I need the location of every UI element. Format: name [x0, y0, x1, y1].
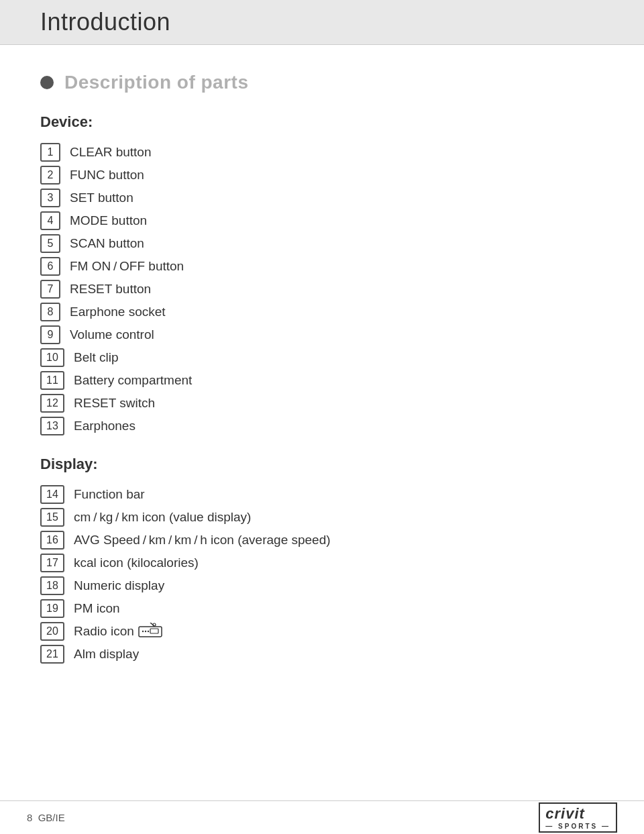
- list-item: 13Earphones: [40, 417, 604, 435]
- list-item: 18Numeric display: [40, 576, 604, 595]
- brand-name: crivit: [545, 805, 610, 823]
- item-number: 10: [40, 348, 64, 367]
- list-item: 19PM icon: [40, 599, 604, 618]
- radio-icon: [138, 623, 162, 641]
- item-number: 7: [40, 280, 60, 299]
- page-number: 8: [27, 812, 32, 823]
- item-number: 13: [40, 417, 64, 435]
- item-label: Radio icon: [74, 623, 162, 641]
- list-item: 2FUNC button: [40, 166, 604, 185]
- item-label: RESET switch: [74, 396, 155, 411]
- svg-point-3: [142, 630, 144, 631]
- device-label: Device:: [40, 113, 604, 131]
- list-item: 17kcal icon (kilocalories): [40, 554, 604, 572]
- item-label: Alm display: [74, 647, 139, 662]
- item-number: 17: [40, 554, 64, 572]
- item-number: 3: [40, 189, 60, 207]
- item-label: Earphone socket: [70, 305, 166, 319]
- item-label: Volume control: [70, 327, 154, 342]
- list-item: 10Belt clip: [40, 348, 604, 367]
- brand-sub: — SPORTS —: [545, 823, 610, 830]
- footer-page-info: 8 GB/IE: [27, 812, 65, 823]
- section-heading: Description of parts: [40, 72, 604, 93]
- item-label: AVG Speed / km / km / h icon (average sp…: [74, 533, 331, 548]
- item-number: 21: [40, 645, 64, 664]
- list-item: 16AVG Speed / km / km / h icon (average …: [40, 531, 604, 550]
- brand-logo: crivit — SPORTS —: [539, 802, 617, 833]
- locale: GB/IE: [38, 812, 65, 823]
- list-item: 8Earphone socket: [40, 303, 604, 321]
- section-heading-text: Description of parts: [64, 72, 248, 93]
- item-label: Earphones: [74, 419, 136, 433]
- item-label: PM icon: [74, 601, 120, 616]
- list-item: 20Radio icon: [40, 622, 604, 641]
- item-number: 11: [40, 371, 64, 390]
- device-list: 1CLEAR button2FUNC button3SET button4MOD…: [40, 143, 604, 435]
- item-label: MODE button: [70, 213, 147, 228]
- item-number: 9: [40, 325, 60, 344]
- item-label: kcal icon (kilocalories): [74, 556, 199, 570]
- item-label: Function bar: [74, 487, 145, 502]
- item-number: 6: [40, 257, 60, 276]
- list-item: 4MODE button: [40, 211, 604, 230]
- list-item: 12RESET switch: [40, 394, 604, 413]
- item-number: 15: [40, 508, 64, 527]
- item-number: 5: [40, 234, 60, 253]
- item-label: RESET button: [70, 282, 151, 297]
- display-label: Display:: [40, 456, 604, 473]
- list-item: 21Alm display: [40, 645, 604, 664]
- item-number: 8: [40, 303, 60, 321]
- bullet-icon: [40, 76, 54, 89]
- item-label: cm / kg / km icon (value display): [74, 510, 251, 525]
- page-title: Introduction: [40, 8, 617, 36]
- item-label: SCAN button: [70, 236, 144, 251]
- list-item: 9Volume control: [40, 325, 604, 344]
- item-number: 14: [40, 485, 64, 504]
- item-label: Battery compartment: [74, 373, 192, 388]
- list-item: 11Battery compartment: [40, 371, 604, 390]
- header-bar: Introduction: [0, 0, 644, 45]
- footer: 8 GB/IE crivit — SPORTS —: [0, 800, 644, 834]
- svg-rect-6: [150, 629, 158, 633]
- item-number: 19: [40, 599, 64, 618]
- page: Introduction Description of parts Device…: [0, 0, 644, 834]
- item-label: FM ON / OFF button: [70, 259, 184, 274]
- list-item: 6FM ON / OFF button: [40, 257, 604, 276]
- item-number: 12: [40, 394, 64, 413]
- brand-border: crivit — SPORTS —: [539, 802, 617, 833]
- item-label: Numeric display: [74, 578, 164, 593]
- item-number: 4: [40, 211, 60, 230]
- svg-point-4: [145, 630, 146, 631]
- list-item: 14Function bar: [40, 485, 604, 504]
- item-number: 18: [40, 576, 64, 595]
- item-label: Belt clip: [74, 350, 119, 365]
- list-item: 5SCAN button: [40, 234, 604, 253]
- display-list: 14Function bar15cm / kg / km icon (value…: [40, 485, 604, 664]
- list-item: 7RESET button: [40, 280, 604, 299]
- item-number: 20: [40, 622, 64, 641]
- item-number: 2: [40, 166, 60, 185]
- item-number: 1: [40, 143, 60, 162]
- item-number: 16: [40, 531, 64, 550]
- svg-point-5: [148, 630, 149, 631]
- list-item: 1CLEAR button: [40, 143, 604, 162]
- main-content: Description of parts Device: 1CLEAR butt…: [0, 45, 644, 724]
- item-label: FUNC button: [70, 168, 144, 183]
- list-item: 3SET button: [40, 189, 604, 207]
- item-label: SET button: [70, 191, 133, 205]
- list-item: 15cm / kg / km icon (value display): [40, 508, 604, 527]
- item-label: CLEAR button: [70, 145, 151, 160]
